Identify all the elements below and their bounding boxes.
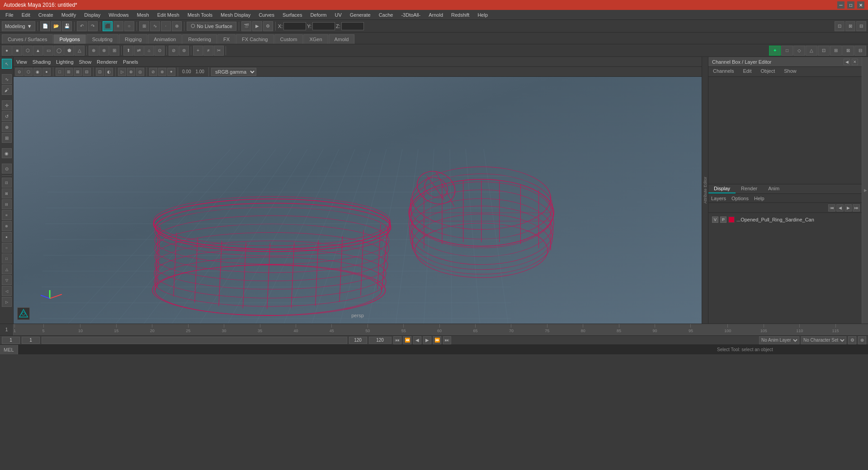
- tab-polygons[interactable]: Polygons: [53, 34, 85, 44]
- snap-opts2-btn[interactable]: ⊠: [2, 188, 12, 198]
- vt-grid-btn[interactable]: ⊡: [96, 68, 104, 76]
- gamma-select[interactable]: sRGB gamma: [211, 68, 256, 76]
- lighting-menu[interactable]: Lighting: [56, 59, 74, 65]
- snap-opts3-btn[interactable]: ⊟: [2, 199, 12, 209]
- tab-xgen[interactable]: XGen: [303, 34, 328, 44]
- insert-loop-btn[interactable]: +: [193, 46, 203, 56]
- display-btn7[interactable]: ⊠: [842, 46, 854, 56]
- attr-editor-label[interactable]: Attribute Editor: [702, 175, 708, 206]
- tab-fx[interactable]: FX: [217, 34, 236, 44]
- object-tab[interactable]: Object: [756, 67, 779, 76]
- no-live-surface-button[interactable]: ⬡ No Live Surface: [187, 22, 236, 31]
- range-start-input[interactable]: 1: [2, 337, 20, 344]
- show-menu[interactable]: Show: [79, 59, 92, 65]
- display-btn1[interactable]: ✦: [769, 46, 781, 56]
- range-slider[interactable]: [42, 337, 347, 344]
- bridge-btn[interactable]: ⇌: [134, 46, 144, 56]
- snap-opts7-btn[interactable]: ○: [2, 243, 12, 253]
- layers-tab[interactable]: Layers: [711, 196, 726, 201]
- snap-opts11-btn[interactable]: ◁: [2, 286, 12, 296]
- menu-item-create[interactable]: Create: [35, 11, 57, 19]
- loop-sel-btn[interactable]: ⊘: [169, 46, 179, 56]
- menu-item-cache[interactable]: Cache: [375, 11, 397, 19]
- poly-sphere-btn[interactable]: ●: [2, 46, 12, 56]
- snap-opts4-btn[interactable]: ≡: [2, 210, 12, 220]
- menu-item-surfaces[interactable]: Surfaces: [279, 11, 306, 19]
- offset-loop-btn[interactable]: ≠: [203, 46, 213, 56]
- undo-button[interactable]: ↶: [77, 21, 87, 31]
- vt-btn7[interactable]: ⊠: [74, 68, 82, 76]
- display-btn2[interactable]: □: [781, 46, 793, 56]
- ch-pin-btn[interactable]: ✕: [852, 59, 858, 65]
- separate-btn[interactable]: ⊗: [99, 46, 109, 56]
- timeline-ruler[interactable]: 1510152025303540455055606570758085909510…: [14, 324, 868, 335]
- paint-sel-btn[interactable]: 🖌: [2, 85, 12, 95]
- multi-cut-btn[interactable]: ✂: [214, 46, 224, 56]
- vt-btn10[interactable]: ⊕: [127, 68, 135, 76]
- mel-input[interactable]: [18, 345, 714, 354]
- layer-name[interactable]: ...Opened_Pull_Ring_Sardine_Can: [736, 217, 858, 222]
- playback-end-btn[interactable]: ⏭: [443, 336, 451, 344]
- display-btn8[interactable]: ⊟: [854, 46, 866, 56]
- vt-btn3[interactable]: ◉: [33, 68, 42, 76]
- anim-layer-select[interactable]: No Anim Layer: [759, 336, 799, 344]
- snap-point-btn[interactable]: ·: [161, 21, 171, 31]
- tab-custom[interactable]: Custom: [274, 34, 303, 44]
- playback-fwd-btn[interactable]: ⏩: [433, 336, 441, 344]
- vt-btn9[interactable]: ▷: [118, 68, 126, 76]
- workspace-dropdown[interactable]: Modeling ▼: [2, 21, 35, 31]
- menu-item-deform[interactable]: Deform: [307, 11, 330, 19]
- menu-item-help[interactable]: Help: [474, 11, 491, 19]
- playback-play-btn[interactable]: ▶: [423, 336, 431, 344]
- merge-btn[interactable]: ⊙: [155, 46, 165, 56]
- tab-arnold[interactable]: Arnold: [329, 34, 355, 44]
- anim-tab[interactable]: Anim: [763, 184, 785, 193]
- scale-btn[interactable]: ⊕: [2, 122, 12, 132]
- object-btn[interactable]: ○: [124, 21, 134, 31]
- playback-prev-btn[interactable]: ⏮: [393, 336, 401, 344]
- tab-rigging[interactable]: Rigging: [119, 34, 147, 44]
- vt-btn12[interactable]: ⊘: [149, 68, 157, 76]
- vt-btn8[interactable]: ⊟: [83, 68, 91, 76]
- redo-button[interactable]: ↷: [88, 21, 98, 31]
- menu-item-mesh-display[interactable]: Mesh Display: [217, 11, 254, 19]
- poly-prism-btn[interactable]: ⬟: [64, 46, 74, 56]
- menu-item-generate[interactable]: Generate: [346, 11, 374, 19]
- poly-cyl-btn[interactable]: ⬡: [23, 46, 33, 56]
- move-btn[interactable]: ✛: [2, 100, 12, 110]
- layer-back-btn[interactable]: ◀: [836, 204, 844, 212]
- snap-opts8-btn[interactable]: □: [2, 254, 12, 263]
- vt-btn11[interactable]: ◎: [136, 68, 144, 76]
- menu-item-file[interactable]: File: [2, 11, 17, 19]
- options-tab[interactable]: Options: [731, 196, 749, 201]
- show-tab[interactable]: Show: [779, 67, 801, 76]
- menu-item-edit[interactable]: Edit: [18, 11, 34, 19]
- menu-item-display[interactable]: Display: [80, 11, 104, 19]
- bevel-btn[interactable]: ⌂: [144, 46, 154, 56]
- poly-cone-btn[interactable]: ▲: [33, 46, 43, 56]
- playback-back-btn[interactable]: ⏪: [403, 336, 411, 344]
- boolean-btn[interactable]: ⊞: [109, 46, 119, 56]
- menu-item-modify[interactable]: Modify: [58, 11, 80, 19]
- channels-tab[interactable]: Channels: [708, 67, 738, 76]
- display-btn5[interactable]: ⊡: [818, 46, 830, 56]
- snap-opts5-btn[interactable]: ⊕: [2, 221, 12, 231]
- vt-btn4[interactable]: ●: [42, 68, 51, 76]
- right-vert-tab[interactable]: ▶: [862, 57, 868, 324]
- vt-btn2[interactable]: ⬡: [24, 68, 33, 76]
- menu-item-windows[interactable]: Windows: [105, 11, 132, 19]
- render-tab[interactable]: Render: [736, 184, 763, 193]
- menu-item-mesh-tools[interactable]: Mesh Tools: [184, 11, 216, 19]
- soft-mod-btn[interactable]: ◉: [2, 148, 12, 158]
- menu-item-uv[interactable]: UV: [331, 11, 345, 19]
- char-set-select[interactable]: No Character Set: [801, 336, 846, 344]
- ch-collapse-btn[interactable]: ◀: [844, 59, 850, 65]
- current-frame-input[interactable]: 1: [22, 337, 40, 344]
- display-btn4[interactable]: △: [806, 46, 817, 56]
- playback-auto-btn[interactable]: ⊕: [858, 336, 866, 344]
- snap-opts-btn[interactable]: ⊡: [2, 178, 12, 188]
- display-tab[interactable]: Display: [708, 184, 736, 193]
- z-input[interactable]: [341, 22, 364, 30]
- range-end-input[interactable]: 120: [349, 337, 367, 344]
- snap-curve-btn[interactable]: ∿: [150, 21, 160, 31]
